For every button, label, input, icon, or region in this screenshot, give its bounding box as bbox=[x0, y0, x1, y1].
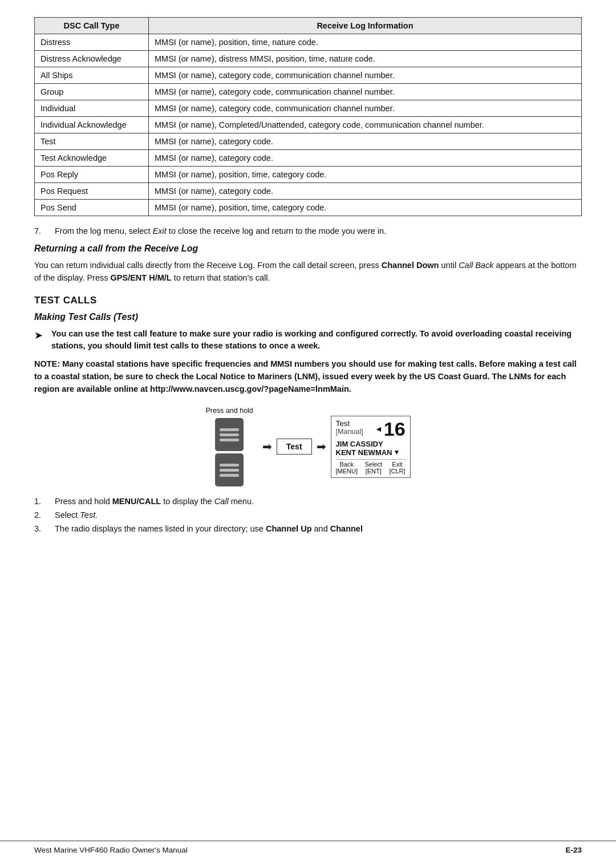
footer-back: Back [MENU] bbox=[336, 461, 358, 474]
radio-bar-2 bbox=[220, 433, 239, 436]
returning-body: You can return individual calls directly… bbox=[34, 259, 582, 285]
footer-back-bracket: [MENU] bbox=[336, 468, 358, 474]
making-test-heading: Making Test Calls (Test) bbox=[34, 312, 582, 322]
step-3-content: The radio displays the names listed in y… bbox=[55, 524, 582, 533]
footer-back-label: Back bbox=[336, 461, 358, 468]
radio-bar-5 bbox=[220, 469, 239, 472]
footer-select: Select [ENT] bbox=[364, 461, 382, 474]
step-1: 1. Press and hold MENU/CALL to display t… bbox=[34, 497, 582, 506]
screen-name2-tri: ▼ bbox=[394, 448, 400, 456]
radio-bar-3 bbox=[220, 439, 239, 441]
step-1-num: 1. bbox=[34, 497, 55, 506]
step-7-number: 7. bbox=[34, 226, 55, 236]
table-cell-info: MMSI (or name), category code, communica… bbox=[149, 84, 582, 100]
table-row: All ShipsMMSI (or name), category code, … bbox=[35, 67, 582, 84]
step-3: 3. The radio displays the names listed i… bbox=[34, 524, 582, 533]
footer-title: West Marine VHF460 Radio Owner's Manual bbox=[34, 846, 188, 854]
table-cell-info: MMSI (or name), Completed/Unattended, ca… bbox=[149, 117, 582, 133]
radio-bar-4 bbox=[220, 464, 239, 467]
screen-name2: KENT NEWMAN bbox=[336, 448, 392, 457]
step-7: 7. From the log menu, select Exit to clo… bbox=[34, 226, 582, 236]
table-cell-info: MMSI (or name), position, time, nature c… bbox=[149, 34, 582, 51]
dsc-call-type-table: DSC Call Type Receive Log Information Di… bbox=[34, 17, 582, 216]
step-7-content: From the log menu, select Exit to close … bbox=[55, 226, 582, 236]
bullet-icon: ➤ bbox=[34, 329, 46, 342]
table-cell-type: Test bbox=[35, 133, 149, 150]
step-1-content: Press and hold MENU/CALL to display the … bbox=[55, 497, 582, 506]
table-row: Pos SendMMSI (or name), position, time, … bbox=[35, 200, 582, 216]
table-col2-header: Receive Log Information bbox=[149, 18, 582, 34]
arrow-1: ➡ bbox=[262, 440, 272, 453]
table-cell-info: MMSI (or name), category code. bbox=[149, 183, 582, 200]
table-row: TestMMSI (or name), category code. bbox=[35, 133, 582, 150]
table-row: Distress AcknowledgeMMSI (or name), dist… bbox=[35, 51, 582, 67]
table-row: Pos ReplyMMSI (or name), position, time,… bbox=[35, 167, 582, 183]
screen-name1: JIM CASSIDY bbox=[336, 440, 406, 448]
table-row: IndividualMMSI (or name), category code,… bbox=[35, 100, 582, 117]
table-cell-type: Individual bbox=[35, 100, 149, 117]
table-cell-type: Test Acknowledge bbox=[35, 150, 149, 167]
screen-footer: Back [MENU] Select [ENT] Exit [CLR] bbox=[336, 459, 406, 474]
table-cell-info: MMSI (or name), category code, communica… bbox=[149, 67, 582, 84]
note-text: NOTE: Many coastal stations have specifi… bbox=[34, 358, 582, 395]
table-cell-type: Distress bbox=[35, 34, 149, 51]
table-row: GroupMMSI (or name), category code, comm… bbox=[35, 84, 582, 100]
footer-exit-bracket: [CLR] bbox=[389, 468, 405, 474]
footer-select-bracket: [ENT] bbox=[364, 468, 382, 474]
screen-channel: 16 bbox=[384, 419, 406, 439]
device-screen: Test [Manual] ◄ 16 JIM CASSIDY KENT NEWM… bbox=[331, 416, 411, 478]
radio-device-top bbox=[215, 418, 244, 451]
footer-page: E-23 bbox=[565, 846, 582, 854]
test-button: Test bbox=[277, 439, 312, 455]
table-row: Individual AcknowledgeMMSI (or name), Co… bbox=[35, 117, 582, 133]
screen-names: JIM CASSIDY KENT NEWMAN ▼ bbox=[336, 440, 406, 457]
table-cell-info: MMSI (or name), category code, communica… bbox=[149, 100, 582, 117]
test-calls-heading: TEST CALLS bbox=[34, 295, 582, 306]
step-2: 2. Select Test. bbox=[34, 510, 582, 520]
footer-select-label: Select bbox=[364, 461, 382, 468]
press-hold-area: Press and hold bbox=[205, 407, 253, 486]
table-cell-type: Distress Acknowledge bbox=[35, 51, 149, 67]
table-cell-type: Individual Acknowledge bbox=[35, 117, 149, 133]
table-row: DistressMMSI (or name), position, time, … bbox=[35, 34, 582, 51]
screen-title: Test bbox=[336, 419, 363, 428]
screen-tri-icon: ◄ bbox=[375, 424, 383, 433]
table-cell-info: MMSI (or name), position, time, category… bbox=[149, 167, 582, 183]
table-cell-type: Pos Send bbox=[35, 200, 149, 216]
returning-heading: Returning a call from the Receive Log bbox=[34, 244, 582, 254]
table-row: Pos RequestMMSI (or name), category code… bbox=[35, 183, 582, 200]
table-cell-type: Group bbox=[35, 84, 149, 100]
table-row: Test AcknowledgeMMSI (or name), category… bbox=[35, 150, 582, 167]
table-cell-info: MMSI (or name), category code. bbox=[149, 133, 582, 150]
step-2-content: Select Test. bbox=[55, 510, 582, 520]
step-2-num: 2. bbox=[34, 510, 55, 520]
radio-stack bbox=[215, 418, 244, 486]
table-cell-info: MMSI (or name), position, time, category… bbox=[149, 200, 582, 216]
radio-bar-1 bbox=[220, 428, 239, 431]
press-hold-label: Press and hold bbox=[205, 407, 253, 415]
diagram-container: Press and hold ➡ Test bbox=[34, 407, 582, 486]
table-cell-info: MMSI (or name), category code. bbox=[149, 150, 582, 167]
steps-bottom-list: 1. Press and hold MENU/CALL to display t… bbox=[34, 497, 582, 533]
table-col1-header: DSC Call Type bbox=[35, 18, 149, 34]
radio-bar-6 bbox=[220, 474, 239, 477]
step-3-num: 3. bbox=[34, 524, 55, 533]
table-cell-type: Pos Reply bbox=[35, 167, 149, 183]
radio-device-bottom bbox=[215, 453, 244, 486]
diagram-inner: Press and hold ➡ Test bbox=[205, 407, 410, 486]
footer-exit-label: Exit bbox=[389, 461, 405, 468]
footer-exit: Exit [CLR] bbox=[389, 461, 405, 474]
table-cell-type: Pos Request bbox=[35, 183, 149, 200]
page-footer: West Marine VHF460 Radio Owner's Manual … bbox=[0, 841, 616, 854]
arrow-2: ➡ bbox=[317, 440, 326, 453]
table-cell-info: MMSI (or name), distress MMSI, position,… bbox=[149, 51, 582, 67]
bullet-content: You can use the test call feature to mak… bbox=[51, 328, 582, 353]
table-cell-type: All Ships bbox=[35, 67, 149, 84]
screen-manual: [Manual] bbox=[336, 428, 363, 436]
bullet-row: ➤ You can use the test call feature to m… bbox=[34, 328, 582, 353]
